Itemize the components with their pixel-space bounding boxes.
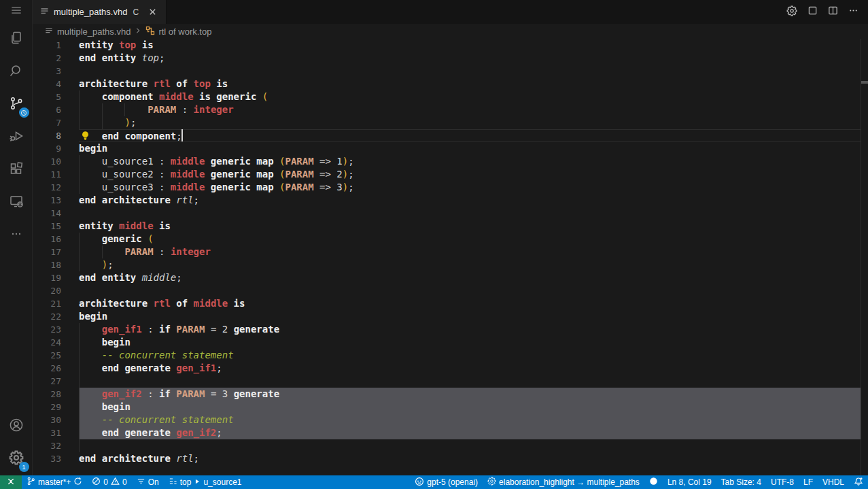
code-line[interactable]: 33end architecture rtl; <box>33 452 868 465</box>
additional-views-button[interactable] <box>0 219 33 252</box>
code-line[interactable]: 4architecture rtl of top is <box>33 78 868 90</box>
code-line[interactable]: 27 <box>33 375 868 388</box>
code-line[interactable]: 26 end generate gen_if1; <box>33 362 868 375</box>
code-line[interactable]: 8 end component; <box>33 129 868 142</box>
text-cursor <box>181 129 183 141</box>
encoding-status[interactable]: UTF-8 <box>766 475 799 489</box>
code-line[interactable]: 15entity middle is <box>33 220 868 233</box>
git-branch-status[interactable]: master*+ <box>22 475 87 489</box>
line-number: 30 <box>33 414 79 426</box>
robot-icon <box>415 477 424 488</box>
code-line[interactable]: 11 u_source2 : middle generic map (PARAM… <box>33 168 868 181</box>
breadcrumb: multiple_paths.vhd rtl of work.top <box>33 24 868 39</box>
code-token: : <box>154 246 171 257</box>
code-line[interactable]: 23 gen_if1 : if PARAM = 2 generate <box>33 323 868 336</box>
hierarchy-status[interactable]: top u_source1 <box>164 475 247 489</box>
filter-toggle-status[interactable]: On <box>132 475 164 489</box>
file-text-icon <box>44 26 54 37</box>
problems-status[interactable]: 0 0 <box>87 475 131 489</box>
code-line[interactable]: 3 <box>33 65 868 78</box>
code-token: begin <box>102 337 131 348</box>
notifications-button[interactable] <box>849 475 868 489</box>
code-token <box>79 350 102 360</box>
breadcrumb-file[interactable]: multiple_paths.vhd <box>57 27 131 37</box>
code-line[interactable]: 32 <box>33 439 868 452</box>
code-token: ; <box>216 427 222 438</box>
sidebar-item-extensions[interactable] <box>0 154 33 186</box>
cursor-position-status[interactable]: Ln 8, Col 19 <box>663 475 716 489</box>
code-token: top <box>194 78 211 89</box>
code-line[interactable]: 10 u_source1 : middle generic map (PARAM… <box>33 155 868 168</box>
gear-icon <box>487 477 496 488</box>
scrollbar[interactable] <box>861 39 868 475</box>
split-editor-button[interactable] <box>824 4 841 20</box>
code-line[interactable]: 1entity top is <box>33 39 868 52</box>
code-line[interactable]: 25 -- concurrent statement <box>33 349 868 362</box>
line-number: 20 <box>33 284 79 297</box>
sync-icon <box>73 477 82 488</box>
breadcrumb-symbol[interactable]: rtl of work.top <box>158 27 211 37</box>
sidebar-item-explorer[interactable] <box>0 23 33 56</box>
code-line[interactable]: 30 -- concurrent statement <box>33 414 868 426</box>
sidebar-item-run-debug[interactable] <box>0 121 33 154</box>
code-line[interactable]: 2end entity top; <box>33 52 868 65</box>
accounts-button[interactable] <box>0 410 33 443</box>
code-token: ( <box>147 233 153 244</box>
code-token: ; <box>348 156 353 167</box>
sidebar-item-source-control[interactable] <box>0 88 33 121</box>
code-line[interactable]: 6 PARAM : integer <box>33 103 868 116</box>
code-token: is <box>136 39 153 50</box>
indent-guide <box>102 103 103 116</box>
tab-multiple-paths[interactable]: multiple_paths.vhd C <box>33 0 167 24</box>
code-line[interactable]: 28 gen_if2 : if PARAM = 3 generate <box>33 388 868 401</box>
eol-status[interactable]: LF <box>799 475 818 489</box>
code-token: end architecture <box>79 453 176 464</box>
tab-size-status[interactable]: Tab Size: 4 <box>716 475 766 489</box>
code-line[interactable]: 19end entity middle; <box>33 271 868 284</box>
code-line[interactable]: 22begin <box>33 310 868 323</box>
menu-button[interactable] <box>0 0 33 23</box>
code-line[interactable]: 7 ); <box>33 116 868 129</box>
close-tab-button[interactable] <box>145 5 159 19</box>
code-line[interactable]: 16 generic ( <box>33 233 868 246</box>
code-line[interactable]: 21architecture rtl of middle is <box>33 297 868 310</box>
code-line[interactable]: 20 <box>33 284 868 297</box>
code-line[interactable]: 13end architecture rtl; <box>33 194 868 207</box>
task-status[interactable]: elaboration_highlight → multiple_paths <box>483 475 644 489</box>
tab-git-status: C <box>133 7 139 17</box>
code-line[interactable]: 5 component middle is generic ( <box>33 90 868 103</box>
lightbulb-icon[interactable] <box>80 131 90 141</box>
code-token: is <box>211 78 228 89</box>
code-token: architecture <box>79 78 154 89</box>
sidebar-item-search[interactable] <box>0 56 33 88</box>
extensions-icon <box>8 161 24 180</box>
code-token: component <box>102 91 159 102</box>
toggle-label: On <box>148 477 159 487</box>
extension-action-button[interactable] <box>784 4 800 20</box>
code-line[interactable]: 9begin <box>33 142 868 155</box>
settings-button[interactable]: 1 <box>0 443 33 475</box>
code-line[interactable]: 31 end generate gen_if2; <box>33 426 868 439</box>
code-token: is <box>154 220 171 231</box>
code-line[interactable]: 14 <box>33 207 868 220</box>
branch-icon <box>27 477 35 488</box>
code-token: PARAM <box>285 169 313 180</box>
code-token: PARAM <box>147 104 176 115</box>
code-token: begin <box>102 401 131 412</box>
code-token: gen_if1 <box>102 324 142 335</box>
more-actions-button[interactable] <box>845 4 861 20</box>
model-status[interactable]: gpt-5 (openai) <box>410 475 483 489</box>
toggle-panel-button[interactable] <box>804 4 820 20</box>
code-line[interactable]: 12 u_source3 : middle generic map (PARAM… <box>33 181 868 194</box>
line-number: 17 <box>33 246 79 258</box>
sidebar-item-remote-explorer[interactable] <box>0 186 33 219</box>
line-number: 16 <box>33 233 79 246</box>
code-line[interactable]: 29 begin <box>33 401 868 414</box>
remote-indicator[interactable] <box>0 475 22 489</box>
language-status[interactable]: VHDL <box>818 475 849 489</box>
code-line[interactable]: 18 ); <box>33 258 868 271</box>
code-token <box>79 337 102 348</box>
code-line[interactable]: 17 PARAM : integer <box>33 246 868 258</box>
code-line[interactable]: 24 begin <box>33 336 868 349</box>
code-token <box>79 91 102 102</box>
